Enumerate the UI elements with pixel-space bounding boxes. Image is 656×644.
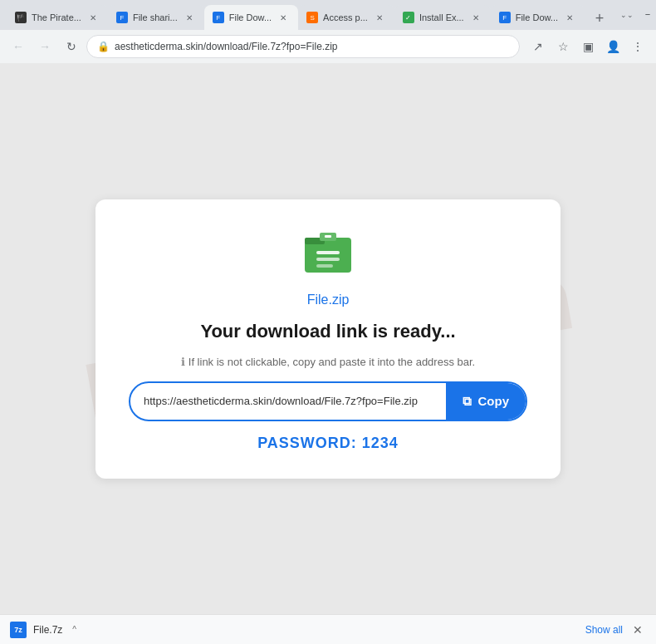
hint-text: ℹ If link is not clickable, copy and pas…	[181, 356, 475, 368]
password-text: PASSWORD: 1234	[257, 435, 399, 452]
tab-6-favicon: F	[499, 12, 511, 23]
page-content: pcrisk.com File.zip	[0, 63, 656, 614]
share-icon[interactable]: ↗	[526, 35, 550, 58]
browser-frame: 🏴 The Pirate... ✕ F File shari... ✕ F Fi…	[0, 0, 656, 644]
window-controls: ⌄⌄ − □ ✕	[618, 6, 656, 24]
download-bar: 7z File.7z ^ Show all ✕	[0, 614, 656, 644]
tab-1-close[interactable]: ✕	[86, 11, 100, 24]
copy-icon: ⧉	[463, 394, 472, 409]
hint-message: If link is not clickable, copy and paste…	[188, 356, 475, 368]
tab-3-title: File Dow...	[229, 12, 272, 22]
show-all-button[interactable]: Show all	[585, 624, 623, 636]
download-url-text: https://aestheticderma.skin/download/Fil…	[130, 395, 446, 407]
nav-actions: ↗ ☆ ▣ 👤 ⋮	[526, 35, 649, 58]
tabs-area: 🏴 The Pirate... ✕ F File shari... ✕ F Fi…	[7, 0, 611, 30]
new-tab-button[interactable]: +	[588, 7, 611, 30]
forward-button[interactable]: →	[33, 35, 56, 58]
bookmark-icon[interactable]: ☆	[551, 35, 575, 58]
download-file-name: File.7z	[33, 624, 62, 636]
download-card: File.zip Your download link is ready... …	[95, 199, 561, 479]
address-text: aestheticderma.skin/download/File.7z?fpo…	[115, 41, 509, 52]
download-ready-title: Your download link is ready...	[200, 321, 455, 342]
tab-6[interactable]: F File Dow... ✕	[491, 5, 585, 30]
tab-5-favicon: ✓	[403, 12, 414, 23]
file-name: File.zip	[307, 293, 350, 307]
lock-icon: 🔒	[97, 41, 110, 52]
refresh-button[interactable]: ↻	[60, 35, 83, 58]
svg-rect-6	[325, 235, 331, 238]
copy-button[interactable]: ⧉ Copy	[446, 383, 526, 420]
tab-4-close[interactable]: ✕	[373, 11, 386, 24]
tab-5-title: Install Ex...	[419, 12, 464, 22]
tab-5-close[interactable]: ✕	[469, 11, 482, 24]
tab-1-favicon: 🏴	[15, 12, 27, 23]
tab-2-favicon: F	[116, 12, 128, 23]
download-file-icon: 7z	[10, 622, 27, 638]
back-button[interactable]: ←	[7, 35, 30, 58]
address-bar[interactable]: 🔒 aestheticderma.skin/download/File.7z?f…	[86, 35, 520, 58]
tab-6-title: File Dow...	[516, 12, 558, 22]
tab-6-close[interactable]: ✕	[563, 11, 576, 24]
tab-1-title: The Pirate...	[32, 12, 81, 22]
tab-2-title: File shari...	[133, 12, 178, 22]
profile-icon[interactable]: 👤	[601, 35, 624, 58]
svg-rect-3	[316, 258, 340, 261]
tab-3-close[interactable]: ✕	[277, 11, 290, 24]
title-bar: 🏴 The Pirate... ✕ F File shari... ✕ F Fi…	[0, 0, 656, 30]
file-icon-wrapper	[301, 226, 355, 279]
tab-1[interactable]: 🏴 The Pirate... ✕	[7, 5, 108, 30]
nav-bar: ← → ↻ 🔒 aestheticderma.skin/download/Fil…	[0, 30, 656, 63]
file-icon	[301, 226, 355, 279]
svg-rect-2	[316, 251, 340, 254]
tab-4-title: Access p...	[323, 12, 368, 22]
expand-icon: ⌄⌄	[618, 6, 636, 24]
info-icon: ℹ	[181, 356, 185, 368]
tab-layout-icon[interactable]: ▣	[576, 35, 600, 58]
tab-3-favicon: F	[213, 12, 224, 23]
tab-3-active[interactable]: F File Dow... ✕	[204, 5, 298, 30]
download-bar-close-button[interactable]: ✕	[629, 622, 646, 638]
tab-4-favicon: S	[306, 12, 318, 23]
download-link-row: https://aestheticderma.skin/download/Fil…	[129, 381, 527, 421]
minimize-button[interactable]: −	[639, 6, 656, 22]
tab-2[interactable]: F File shari... ✕	[108, 5, 204, 30]
tab-5[interactable]: ✓ Install Ex... ✕	[394, 5, 491, 30]
tab-2-close[interactable]: ✕	[183, 11, 196, 24]
menu-icon[interactable]: ⋮	[626, 35, 649, 58]
svg-rect-4	[316, 264, 333, 268]
download-chevron-icon[interactable]: ^	[72, 625, 76, 634]
copy-button-label: Copy	[478, 394, 510, 408]
tab-4[interactable]: S Access p... ✕	[298, 5, 394, 30]
